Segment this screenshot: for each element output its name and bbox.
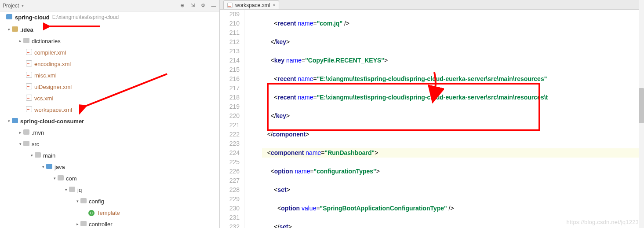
tree-node-compiler[interactable]: compiler.xml [0, 47, 219, 58]
close-tab-icon[interactable]: × [273, 3, 275, 7]
code-area[interactable]: 2092102112122132142152162172182192202212… [220, 10, 644, 228]
tree-node-config[interactable]: ▾config [0, 195, 219, 207]
xml-file-icon [227, 3, 233, 8]
project-tool-title: Project [3, 3, 19, 9]
tree-node-java[interactable]: ▾java [0, 161, 219, 173]
tree-node-misc[interactable]: misc.xml [0, 70, 219, 81]
tree-node-workspace[interactable]: workspace.xml [0, 104, 219, 115]
scrollbar-thumb[interactable] [639, 88, 644, 123]
watermark: https://blog.csdn.net/jq1223 [566, 219, 639, 225]
tree-node-src[interactable]: ▾src [0, 138, 219, 150]
tab-workspace-xml[interactable]: workspace.xml × [223, 0, 279, 9]
file-tree[interactable]: ▾.idea ▸dictionaries compiler.xml encodi… [0, 23, 219, 228]
project-tool-header: Project ▾ ⊕ ⇲ ⚙ — [0, 0, 219, 11]
annotation-red-box [267, 83, 540, 131]
tree-node-uidesigner[interactable]: uiDesigner.xml [0, 81, 219, 92]
editor-pane: workspace.xml × 209210211212213214215216… [220, 0, 644, 228]
hide-icon[interactable]: — [211, 3, 217, 9]
settings-icon[interactable]: ⚙ [200, 3, 206, 9]
tree-node-idea[interactable]: ▾.idea [0, 24, 219, 35]
tree-node-template[interactable]: Template [0, 207, 219, 218]
tree-node-controller[interactable]: ▸controller [0, 218, 219, 228]
tree-node-vcs[interactable]: vcs.xml [0, 92, 219, 104]
tab-title: workspace.xml [235, 2, 270, 8]
project-sidebar: Project ▾ ⊕ ⇲ ⚙ — spring-cloud E:\xiangm… [0, 0, 220, 228]
project-path: E:\xiangmu\test\spring-cloud [52, 14, 119, 20]
breadcrumb: spring-cloud E:\xiangmu\test\spring-clou… [0, 11, 219, 23]
tree-node-dictionaries[interactable]: ▸dictionaries [0, 35, 219, 47]
tree-node-main[interactable]: ▾main [0, 150, 219, 161]
gutter: 2092102112122132142152162172182192202212… [220, 10, 244, 228]
scrollbar-track[interactable] [639, 10, 644, 228]
tree-node-jq[interactable]: ▾jq [0, 184, 219, 195]
editor-tabs: workspace.xml × [220, 0, 644, 10]
scroll-from-source-icon[interactable]: ⊕ [179, 3, 185, 9]
tree-node-com[interactable]: ▾com [0, 173, 219, 184]
fold-column [244, 10, 262, 228]
code-content[interactable]: <recent name="com.jq" /> </key> <key nam… [262, 10, 644, 228]
tree-node-consumer[interactable]: ▾spring-cloud-consumer [0, 115, 219, 127]
tree-node-mvn[interactable]: ▸.mvn [0, 127, 219, 138]
dropdown-icon[interactable]: ▾ [22, 3, 24, 8]
project-name: spring-cloud [15, 14, 50, 21]
collapse-all-icon[interactable]: ⇲ [189, 3, 196, 9]
tree-node-encodings[interactable]: encodings.xml [0, 58, 219, 70]
